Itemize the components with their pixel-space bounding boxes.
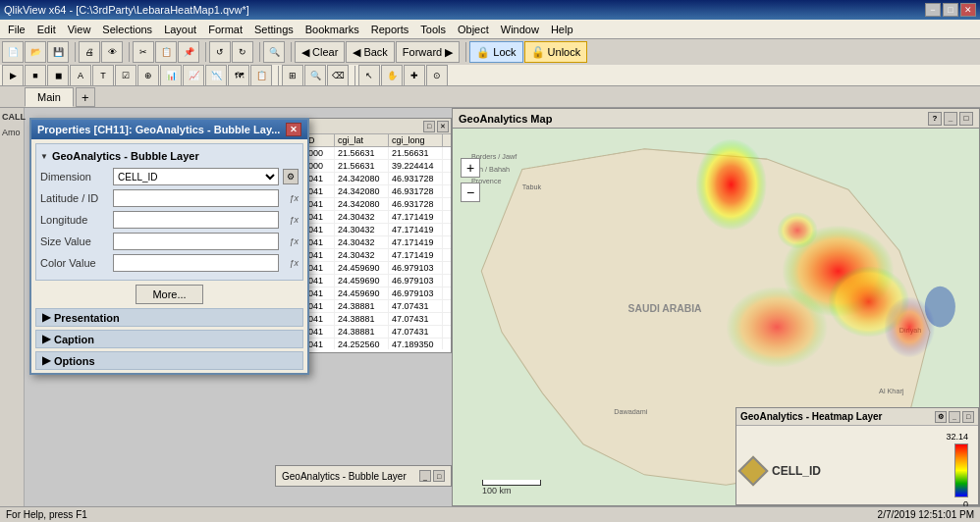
- menu-object[interactable]: Object: [452, 22, 495, 37]
- tb2-btn6[interactable]: ☑: [115, 65, 136, 86]
- status-bar: For Help, press F1 2/7/2019 12:51:01 PM: [0, 506, 980, 522]
- datetime-label: 2/7/2019 12:51:01 PM: [878, 509, 974, 520]
- map-title-buttons: ? _ □: [928, 112, 973, 126]
- caption-header[interactable]: ▶ Caption: [35, 330, 303, 348]
- size-input[interactable]: [113, 233, 279, 250]
- help-text: For Help, press F1: [6, 509, 87, 520]
- lon-input[interactable]: [113, 211, 279, 229]
- zoom-out-button[interactable]: −: [461, 183, 480, 202]
- tb-paste[interactable]: 📌: [178, 41, 199, 63]
- unlock-button[interactable]: 🔓 Unlock: [524, 41, 588, 63]
- tb2-btn11[interactable]: 🗺: [228, 65, 249, 86]
- presentation-header[interactable]: ▶ Presentation: [35, 308, 303, 327]
- window-title: QlikView x64 - [C:\3rdParty\LebaraHeatMa…: [4, 4, 249, 16]
- map-min-btn[interactable]: _: [944, 112, 957, 126]
- tb-partial[interactable]: ↻: [232, 41, 253, 63]
- map-title-label: GeoAnalytics Map: [459, 113, 552, 125]
- heatmap-settings-btn[interactable]: ⚙: [935, 411, 947, 423]
- bubble-min-btn[interactable]: _: [419, 470, 431, 482]
- tb2-lasso[interactable]: ⊙: [426, 65, 448, 86]
- menu-layout[interactable]: Layout: [158, 22, 202, 37]
- tb-save[interactable]: 💾: [47, 41, 69, 63]
- title-bar-buttons: − □ ✕: [925, 3, 976, 17]
- tb2-btn9[interactable]: 📈: [183, 65, 204, 86]
- back-button[interactable]: ◀ Back: [346, 41, 395, 63]
- tb2-btn3[interactable]: ◼: [47, 65, 69, 86]
- app-window: QlikView x64 - [C:\3rdParty\LebaraHeatMa…: [0, 0, 980, 522]
- menu-settings[interactable]: Settings: [248, 22, 299, 37]
- dt-expand-btn[interactable]: □: [423, 121, 435, 132]
- heatmap-max-btn[interactable]: □: [962, 411, 974, 423]
- sep-7: [275, 66, 279, 85]
- color-input[interactable]: [113, 254, 279, 272]
- minimize-button[interactable]: −: [925, 3, 941, 17]
- bubble-panel-label: GeoAnalytics - Bubble Layer: [282, 471, 407, 482]
- tb2-btn12[interactable]: 📋: [250, 65, 272, 86]
- tb2-btn2[interactable]: ■: [25, 65, 46, 86]
- tb2-btn4[interactable]: A: [70, 65, 91, 86]
- tb-cut[interactable]: ✂: [133, 41, 154, 63]
- tab-main[interactable]: Main: [25, 87, 74, 107]
- menu-format[interactable]: Format: [202, 22, 248, 37]
- tb-print[interactable]: 🖨: [79, 41, 100, 63]
- tb-search[interactable]: 🔍: [263, 41, 285, 63]
- heatmap-diamond-icon: [737, 455, 768, 486]
- tb2-eraser[interactable]: ⌫: [327, 65, 349, 86]
- tb2-btn1[interactable]: ▶: [2, 65, 24, 86]
- tb-new[interactable]: 📄: [2, 41, 24, 63]
- bubble-panel-buttons: _ □: [419, 470, 445, 482]
- options-header[interactable]: ▶ Options: [35, 351, 303, 370]
- tb-reload[interactable]: ↺: [209, 41, 231, 63]
- maximize-button[interactable]: □: [943, 3, 958, 17]
- tab-bar: Main +: [0, 86, 980, 108]
- lock-button[interactable]: 🔒 Lock: [469, 41, 522, 63]
- sep-5: [288, 42, 292, 62]
- menu-tools[interactable]: Tools: [414, 22, 452, 37]
- tb-copy[interactable]: 📋: [155, 41, 177, 63]
- more-button[interactable]: More...: [136, 285, 202, 304]
- dimension-gear-button[interactable]: ⚙: [283, 169, 299, 184]
- geo-map: GeoAnalytics Map ? _ □: [452, 108, 980, 506]
- menu-bookmarks[interactable]: Bookmarks: [299, 22, 365, 37]
- tb2-arrow[interactable]: ↖: [358, 65, 380, 86]
- heatmap-cell-label: CELL_ID: [772, 464, 821, 478]
- tb2-cross[interactable]: ✚: [404, 65, 425, 86]
- presentation-triangle: ▶: [42, 311, 50, 324]
- tab-add-button[interactable]: +: [76, 87, 95, 107]
- toolbar-row-2: ▶ ■ ◼ A T ☑ ⊕ 📊 📈 📉 🗺 📋 ⊞ 🔍 ⌫ ↖ ✋ ✚ ⊙: [0, 65, 980, 86]
- menu-window[interactable]: Window: [495, 22, 545, 37]
- section-header[interactable]: ▼ GeoAnalytics - Bubble Layer: [40, 148, 299, 164]
- tb-preview[interactable]: 👁: [101, 41, 123, 63]
- tb2-btn7[interactable]: ⊕: [137, 65, 159, 86]
- call-label[interactable]: CALL: [0, 108, 24, 126]
- amo-label[interactable]: Amo: [0, 126, 24, 139]
- tb2-btn8[interactable]: 📊: [160, 65, 182, 86]
- map-max-btn[interactable]: □: [959, 112, 973, 126]
- zoom-in-button[interactable]: +: [461, 158, 480, 178]
- tb-open[interactable]: 📂: [25, 41, 46, 63]
- svg-point-16: [925, 287, 955, 328]
- forward-button[interactable]: Forward ▶: [396, 41, 460, 63]
- map-help-btn[interactable]: ?: [928, 112, 942, 126]
- tb2-select[interactable]: ⊞: [282, 65, 303, 86]
- bubble-max-btn[interactable]: □: [433, 470, 445, 482]
- tb2-btn10[interactable]: 📉: [205, 65, 227, 86]
- dimension-select[interactable]: CELL_ID: [113, 168, 279, 185]
- heatmap-min-btn[interactable]: _: [949, 411, 960, 423]
- close-button[interactable]: ✕: [960, 3, 976, 17]
- menu-selections[interactable]: Selections: [96, 22, 158, 37]
- dt-close-btn[interactable]: ✕: [437, 121, 449, 132]
- menu-help[interactable]: Help: [545, 22, 579, 37]
- menu-file[interactable]: File: [2, 22, 31, 37]
- tb2-zoom[interactable]: 🔍: [304, 65, 326, 86]
- lat-input[interactable]: [113, 189, 279, 207]
- menu-reports[interactable]: Reports: [365, 22, 415, 37]
- menu-view[interactable]: View: [62, 22, 97, 37]
- heatmap-scale-container: 32.14 0: [946, 432, 968, 506]
- tb2-btn5[interactable]: T: [92, 65, 114, 86]
- tb2-hand[interactable]: ✋: [381, 65, 403, 86]
- clear-button[interactable]: ◀ Clear: [295, 41, 345, 63]
- dialog-close-button[interactable]: ✕: [286, 123, 301, 136]
- menu-edit[interactable]: Edit: [31, 22, 62, 37]
- size-row: Size Value ƒx: [40, 233, 299, 250]
